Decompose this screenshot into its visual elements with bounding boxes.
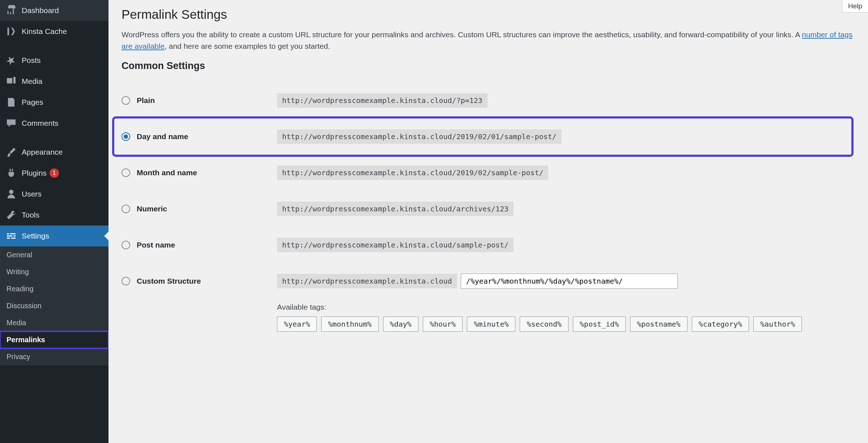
option-example-url: http://wordpresscomexample.kinsta.cloud/…: [277, 93, 488, 108]
sidebar-item-comments[interactable]: Comments: [0, 113, 109, 134]
option-name: Plain: [137, 96, 155, 105]
main-content: Help Permalink Settings WordPress offers…: [109, 0, 868, 443]
radio-plain[interactable]: [122, 96, 130, 105]
radio-post-name[interactable]: [122, 241, 130, 249]
brush-icon: [6, 147, 17, 158]
sidebar-item-label: Settings: [22, 232, 49, 240]
option-example-url: http://wordpresscomexample.kinsta.cloud/…: [277, 129, 562, 144]
sidebar-sub-general[interactable]: General: [0, 246, 109, 263]
option-name: Day and name: [137, 132, 188, 141]
sidebar-item-settings[interactable]: Settings: [0, 225, 109, 246]
sidebar-sub-reading[interactable]: Reading: [0, 280, 109, 297]
dashboard-icon: [6, 5, 17, 16]
sidebar-sub-media[interactable]: Media: [0, 314, 109, 331]
media-icon: [6, 76, 17, 87]
sidebar-item-label: Media: [22, 77, 42, 86]
available-tags-label: Available tags:: [277, 303, 855, 311]
sidebar-item-label: Kinsta Cache: [22, 27, 67, 36]
sidebar-sub-discussion[interactable]: Discussion: [0, 297, 109, 314]
option-example-url: http://wordpresscomexample.kinsta.cloud/…: [277, 238, 514, 252]
tag-button-category[interactable]: %category%: [692, 317, 749, 332]
kinsta-icon: [6, 26, 17, 37]
pin-icon: [6, 55, 17, 66]
option-name: Post name: [137, 241, 175, 249]
sidebar-sub-writing[interactable]: Writing: [0, 263, 109, 280]
option-day-and-name[interactable]: Day and namehttp://wordpresscomexample.k…: [114, 119, 851, 155]
sidebar-item-label: Users: [22, 190, 42, 198]
settings-icon: [6, 231, 17, 241]
radio-day-and-name[interactable]: [122, 132, 130, 141]
page-title: Permalink Settings: [122, 7, 855, 22]
tag-button-year[interactable]: %year%: [277, 317, 317, 332]
sidebar-sub-privacy[interactable]: Privacy: [0, 348, 109, 365]
sidebar-item-label: Pages: [22, 98, 43, 107]
tag-button-author[interactable]: %author%: [753, 317, 802, 332]
sidebar-item-label: Plugins: [22, 169, 47, 177]
radio-custom[interactable]: [122, 277, 130, 285]
user-icon: [6, 189, 17, 199]
sidebar-item-dashboard[interactable]: Dashboard: [0, 0, 109, 21]
tag-button-second[interactable]: %second%: [520, 317, 568, 332]
page-icon: [6, 97, 17, 108]
sidebar-item-posts[interactable]: Posts: [0, 50, 109, 71]
comment-icon: [6, 118, 17, 129]
tag-button-day[interactable]: %day%: [383, 317, 418, 332]
option-plain[interactable]: Plainhttp://wordpresscomexample.kinsta.c…: [122, 82, 855, 119]
sidebar-item-label: Appearance: [22, 148, 63, 156]
sidebar-item-kinsta-cache[interactable]: Kinsta Cache: [0, 21, 109, 42]
sidebar-sub-permalinks[interactable]: Permalinks: [0, 331, 109, 348]
intro-text: WordPress offers you the ability to crea…: [122, 29, 855, 52]
sidebar-item-label: Comments: [22, 119, 59, 128]
sidebar-item-pages[interactable]: Pages: [0, 92, 109, 113]
sidebar-item-tools[interactable]: Tools: [0, 205, 109, 225]
option-month-and-name[interactable]: Month and namehttp://wordpresscomexample…: [122, 155, 855, 191]
radio-month-and-name[interactable]: [122, 168, 130, 177]
option-custom-structure[interactable]: Custom Structure http://wordpresscomexam…: [122, 263, 855, 299]
tag-button-post_id[interactable]: %post_id%: [573, 317, 626, 332]
option-name: Custom Structure: [137, 277, 201, 285]
option-example-url: http://wordpresscomexample.kinsta.cloud/…: [277, 165, 548, 180]
option-numeric[interactable]: Numerichttp://wordpresscomexample.kinsta…: [122, 191, 855, 227]
sidebar-item-appearance[interactable]: Appearance: [0, 142, 109, 163]
sidebar-item-label: Tools: [22, 211, 39, 219]
update-badge: 1: [50, 168, 59, 178]
sidebar-item-plugins[interactable]: Plugins1: [0, 163, 109, 184]
custom-prefix: http://wordpresscomexample.kinsta.cloud: [277, 274, 457, 288]
plug-icon: [6, 168, 17, 179]
section-heading: Common Settings: [122, 60, 855, 72]
sidebar-item-label: Dashboard: [22, 6, 59, 15]
tag-button-hour[interactable]: %hour%: [423, 317, 463, 332]
tag-button-postname[interactable]: %postname%: [630, 317, 687, 332]
tag-button-minute[interactable]: %minute%: [467, 317, 515, 332]
option-post-name[interactable]: Post namehttp://wordpresscomexample.kins…: [122, 227, 855, 263]
sidebar-item-users[interactable]: Users: [0, 184, 109, 205]
option-example-url: http://wordpresscomexample.kinsta.cloud/…: [277, 202, 514, 216]
sidebar-item-media[interactable]: Media: [0, 71, 109, 92]
tag-button-monthnum[interactable]: %monthnum%: [321, 317, 378, 332]
sidebar-item-label: Posts: [22, 56, 41, 65]
radio-numeric[interactable]: [122, 205, 130, 213]
wrench-icon: [6, 210, 17, 220]
option-name: Numeric: [137, 205, 167, 213]
option-name: Month and name: [137, 168, 197, 177]
help-tab[interactable]: Help: [842, 0, 868, 13]
admin-sidebar: DashboardKinsta Cache PostsMediaPagesCom…: [0, 0, 109, 443]
custom-structure-input[interactable]: [461, 274, 678, 289]
